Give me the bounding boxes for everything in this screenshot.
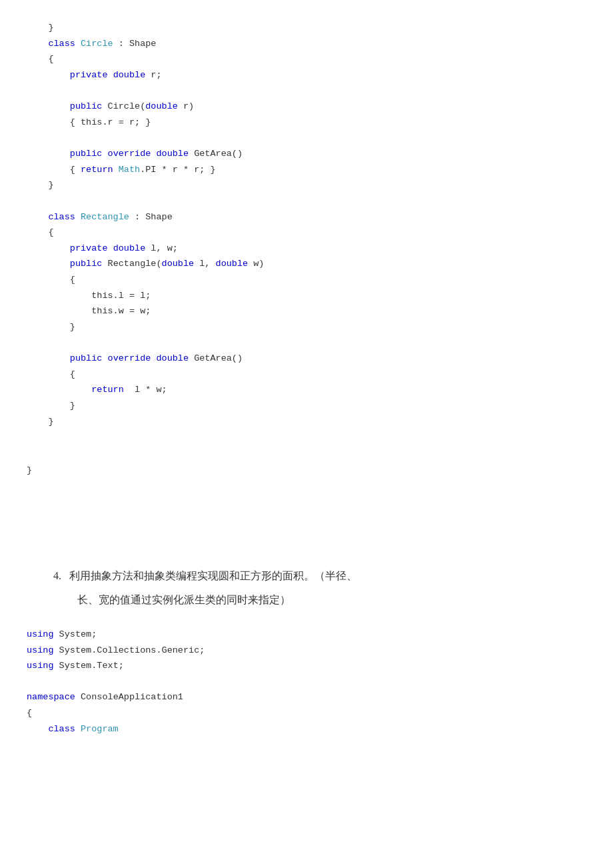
code-section-2: using System;using System.Collections.Ge… xyxy=(0,627,613,737)
task-text-line1: 利用抽象方法和抽象类编程实现圆和正方形的面积。（半径、 xyxy=(69,570,357,581)
task-4-block: 4. 利用抽象方法和抽象类编程实现圆和正方形的面积。（半径、 长、宽的值通过实例… xyxy=(0,545,613,627)
code-line: { this.r = r; } xyxy=(27,115,586,131)
code-line: { xyxy=(27,705,586,721)
closing-brace-line: } xyxy=(0,463,613,479)
code-line: private double l, w; xyxy=(27,241,586,257)
closing-brace: } xyxy=(27,463,586,479)
code-line: { xyxy=(27,272,586,288)
code-line: public Circle(double r) xyxy=(27,99,586,115)
code-line: using System; xyxy=(27,627,586,643)
task-number: 4. xyxy=(53,570,61,581)
code-line: public override double GetArea() xyxy=(27,146,586,162)
code-section-1: } class Circle : Shape { private double … xyxy=(0,20,613,429)
code-line: class Circle : Shape xyxy=(27,36,586,52)
code-line: public Rectangle(double l, double w) xyxy=(27,256,586,272)
code-line: class Rectangle : Shape xyxy=(27,209,586,225)
code-line: } xyxy=(27,414,586,430)
code-line: return l * w; xyxy=(27,382,586,398)
code-line: using System.Text; xyxy=(27,658,586,674)
code-line: this.w = w; xyxy=(27,303,586,319)
code-line xyxy=(27,130,586,146)
code-line: private double r; xyxy=(27,67,586,83)
code-line: namespace ConsoleApplication1 xyxy=(27,689,586,705)
code-line xyxy=(27,335,586,351)
code-line: { xyxy=(27,225,586,241)
code-line xyxy=(27,193,586,209)
task-4-line2: 长、宽的值通过实例化派生类的同时来指定） xyxy=(53,589,560,611)
code-line: class Program xyxy=(27,721,586,737)
code-line: { return Math.PI * r * r; } xyxy=(27,162,586,178)
page-container: } class Circle : Shape { private double … xyxy=(0,13,613,743)
code-line: using System.Collections.Generic; xyxy=(27,643,586,659)
code-line: this.l = l; xyxy=(27,288,586,304)
code-line xyxy=(27,674,586,690)
code-line: } xyxy=(27,177,586,193)
code-line xyxy=(27,83,586,99)
code-line: } xyxy=(27,398,586,414)
task-text-line2: 长、宽的值通过实例化派生类的同时来指定） xyxy=(77,594,291,605)
code-line: { xyxy=(27,51,586,67)
code-line: } xyxy=(27,319,586,335)
code-line: { xyxy=(27,367,586,383)
task-4-line1: 4. 利用抽象方法和抽象类编程实现圆和正方形的面积。（半径、 xyxy=(53,565,560,587)
code-line: } xyxy=(27,20,586,36)
code-line: public override double GetArea() xyxy=(27,351,586,367)
